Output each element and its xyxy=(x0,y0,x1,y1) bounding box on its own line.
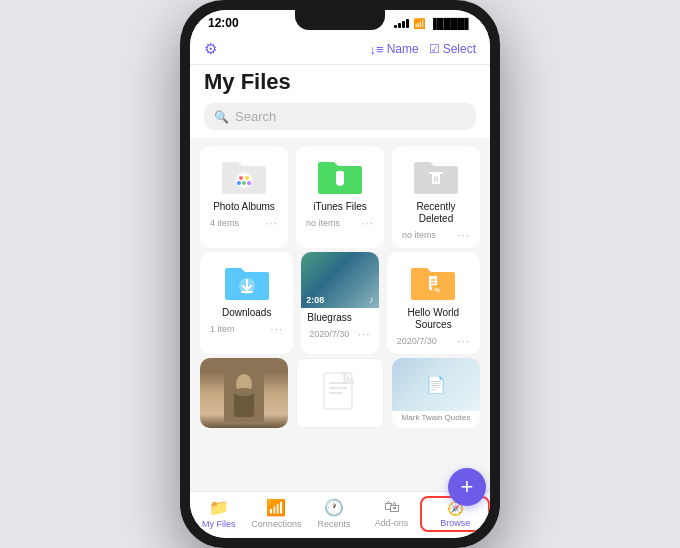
file-meta-itunes: no items ··· xyxy=(304,216,376,230)
more-icon-photo-albums[interactable]: ··· xyxy=(265,216,278,230)
folder-icon-photo-albums xyxy=(220,156,268,196)
file-recently-deleted[interactable]: Recently Deleted no items ··· xyxy=(392,146,480,248)
file-meta-recently-deleted: no items ··· xyxy=(400,228,472,242)
mark-twain-thumbnail: 📄 xyxy=(392,358,480,411)
nav-browse-label: Browse xyxy=(440,518,470,528)
file-date-bluegrass: 2020/7/30 xyxy=(309,329,349,339)
battery-icon: ▐████▌ xyxy=(429,18,472,29)
toolbar: ⚙ ↓≡ Name ☑ Select xyxy=(190,34,490,65)
nav-myfiles-icon: 📁 xyxy=(209,498,229,517)
file-name-itunes: iTunes Files xyxy=(313,201,367,213)
bluegrass-info: Bluegrass 2020/7/30 ··· xyxy=(301,308,378,343)
file-downloads[interactable]: Downloads 1 item ··· xyxy=(200,252,293,354)
file-date-hello-world: 2020/7/30 xyxy=(397,336,437,346)
svg-text:%: % xyxy=(435,287,441,293)
gear-icon[interactable]: ⚙ xyxy=(204,40,217,58)
sort-button[interactable]: ↓≡ Name xyxy=(370,42,419,57)
mona-lisa-thumbnail xyxy=(200,358,288,428)
more-icon-itunes[interactable]: ··· xyxy=(361,216,374,230)
folder-icon-recently-deleted xyxy=(412,156,460,196)
file-mark-twain[interactable]: 📄 Mark Twain Quotes xyxy=(392,358,480,428)
nav-recents[interactable]: 🕐 Recents xyxy=(305,496,363,532)
file-document[interactable] xyxy=(296,358,384,428)
file-itunes[interactable]: iTunes Files no items ··· xyxy=(296,146,384,248)
notch xyxy=(295,10,385,30)
nav-connections-label: Connections xyxy=(251,519,301,529)
more-icon-hello-world[interactable]: ··· xyxy=(457,334,470,348)
select-button[interactable]: ☑ Select xyxy=(429,42,476,56)
file-meta-hello-world: 2020/7/30 ··· xyxy=(395,334,472,348)
file-photo-albums[interactable]: Photo Albums 4 items ··· xyxy=(200,146,288,248)
svg-point-8 xyxy=(337,180,343,186)
files-row-2: Downloads 1 item ··· 2:08 ♪ xyxy=(200,252,480,354)
file-hello-world[interactable]: % Hello World Sources 2020/7/30 ··· xyxy=(387,252,480,354)
select-label: Select xyxy=(443,42,476,56)
files-row-3: 📄 Mark Twain Quotes xyxy=(200,358,480,428)
file-meta-downloads: 1 item ··· xyxy=(208,322,285,336)
nav-connections[interactable]: 📶 Connections xyxy=(248,496,306,532)
nav-my-files[interactable]: 📁 My Files xyxy=(190,496,248,532)
more-icon-downloads[interactable]: ··· xyxy=(270,322,283,336)
svg-point-2 xyxy=(239,176,243,180)
nav-addons[interactable]: 🛍 Add-ons xyxy=(363,496,421,532)
svg-point-6 xyxy=(247,181,251,185)
file-meta-photo-albums: 4 items ··· xyxy=(208,216,280,230)
svg-rect-11 xyxy=(434,176,436,182)
signal-icon xyxy=(394,19,409,28)
file-name-downloads: Downloads xyxy=(222,307,271,319)
phone-screen: 12:00 📶 ▐████▌ ⚙ ↓≡ Name xyxy=(190,10,490,538)
nav-myfiles-label: My Files xyxy=(202,519,236,529)
file-count-itunes: no items xyxy=(306,218,340,228)
folder-icon-itunes xyxy=(316,156,364,196)
file-bluegrass[interactable]: 2:08 ♪ Bluegrass 2020/7/30 ··· xyxy=(301,252,378,354)
toolbar-right: ↓≡ Name ☑ Select xyxy=(370,42,476,57)
svg-point-5 xyxy=(237,181,241,185)
fab-button[interactable]: + xyxy=(448,468,486,506)
phone-frame: 12:00 📶 ▐████▌ ⚙ ↓≡ Name xyxy=(180,0,500,548)
file-mona-lisa[interactable] xyxy=(200,358,288,428)
search-placeholder: Search xyxy=(235,109,276,124)
sort-label: Name xyxy=(387,42,419,56)
files-grid: Photo Albums 4 items ··· xyxy=(190,138,490,491)
file-meta-bluegrass: 2020/7/30 ··· xyxy=(307,327,372,341)
bottom-nav: 📁 My Files 📶 Connections 🕐 Recents 🛍 Add… xyxy=(190,491,490,538)
file-count-photo-albums: 4 items xyxy=(210,218,239,228)
checkbox-icon: ☑ xyxy=(429,42,440,56)
nav-addons-icon: 🛍 xyxy=(384,498,400,516)
svg-point-25 xyxy=(234,388,254,396)
folder-icon-downloads xyxy=(223,262,271,302)
nav-recents-label: Recents xyxy=(317,519,350,529)
status-time: 12:00 xyxy=(208,16,239,30)
svg-rect-12 xyxy=(437,176,439,182)
thumb-overlay: 2:08 ♪ xyxy=(306,294,373,305)
nav-recents-icon: 🕐 xyxy=(324,498,344,517)
status-icons: 📶 ▐████▌ xyxy=(394,18,472,29)
document-thumbnail xyxy=(296,358,384,428)
sort-icon: ↓≡ xyxy=(370,42,384,57)
more-icon-recently-deleted[interactable]: ··· xyxy=(457,228,470,242)
search-bar: 🔍 Search xyxy=(190,103,490,138)
file-count-downloads: 1 item xyxy=(210,324,235,334)
search-input-wrap[interactable]: 🔍 Search xyxy=(204,103,476,130)
folder-icon-hello-world: % xyxy=(409,262,457,302)
mark-twain-label: Mark Twain Quotes xyxy=(392,411,480,424)
nav-connections-icon: 📶 xyxy=(266,498,286,517)
svg-rect-10 xyxy=(432,174,440,184)
svg-point-3 xyxy=(245,176,249,180)
wifi-icon: 📶 xyxy=(413,18,425,29)
music-note-icon: ♪ xyxy=(369,294,374,305)
file-name-photo-albums: Photo Albums xyxy=(213,201,275,213)
files-row-1: Photo Albums 4 items ··· xyxy=(200,146,480,248)
more-icon-bluegrass[interactable]: ··· xyxy=(358,327,371,341)
nav-addons-label: Add-ons xyxy=(375,518,409,528)
file-name-bluegrass: Bluegrass xyxy=(307,312,372,324)
svg-rect-13 xyxy=(429,172,443,174)
file-count-recently-deleted: no items xyxy=(402,230,436,240)
file-name-recently-deleted: Recently Deleted xyxy=(400,201,472,225)
svg-point-4 xyxy=(242,181,246,185)
video-duration: 2:08 xyxy=(306,295,324,305)
search-icon: 🔍 xyxy=(214,110,229,124)
file-name-hello-world: Hello World Sources xyxy=(395,307,472,331)
page-title: My Files xyxy=(190,65,490,103)
bluegrass-thumbnail: 2:08 ♪ xyxy=(301,252,378,308)
